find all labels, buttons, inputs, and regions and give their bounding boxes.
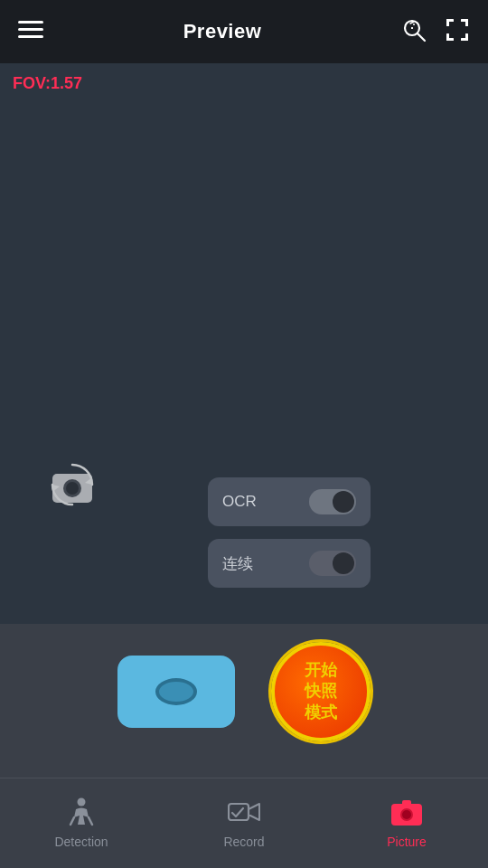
camera-rotate-icon[interactable] xyxy=(45,458,99,515)
svg-rect-0 xyxy=(18,21,43,24)
page-title: Preview xyxy=(183,20,262,43)
svg-marker-26 xyxy=(249,804,259,820)
menu-icon[interactable] xyxy=(18,19,43,44)
detection-label: Detection xyxy=(54,835,108,849)
record-icon xyxy=(228,797,260,830)
burst-label-line2: 快照 xyxy=(305,681,337,702)
svg-line-23 xyxy=(70,817,74,825)
record-label: Record xyxy=(223,835,264,849)
continuous-label: 连续 xyxy=(222,553,253,574)
action-row: 开始 快照 模式 xyxy=(0,624,488,741)
svg-rect-12 xyxy=(465,19,468,26)
svg-line-24 xyxy=(89,817,92,825)
svg-rect-1 xyxy=(18,28,43,31)
ocr-label: OCR xyxy=(222,493,257,511)
picture-icon xyxy=(390,797,423,830)
svg-rect-10 xyxy=(446,19,449,26)
svg-rect-16 xyxy=(465,33,468,41)
svg-point-19 xyxy=(66,482,79,495)
nav-picture[interactable]: Picture xyxy=(352,797,461,849)
svg-line-4 xyxy=(418,34,425,42)
bottom-toolbar: 开始 快照 模式 Detection xyxy=(0,624,488,868)
svg-point-30 xyxy=(402,810,411,819)
bottom-nav: Detection Record xyxy=(0,778,488,868)
fov-label: FOV:1.57 xyxy=(13,74,82,93)
continuous-knob xyxy=(333,552,354,574)
header: Preview xyxy=(0,0,488,63)
picture-label: Picture xyxy=(387,835,427,849)
svg-line-6 xyxy=(410,22,414,24)
svg-point-22 xyxy=(78,798,86,807)
svg-rect-14 xyxy=(446,33,449,41)
toggle-controls: OCR 连续 xyxy=(208,477,371,588)
focus-icon[interactable] xyxy=(445,17,470,46)
camera-lens xyxy=(155,678,197,705)
burst-mode-button[interactable]: 开始 快照 模式 xyxy=(271,642,371,741)
burst-label-line1: 开始 xyxy=(305,660,337,681)
ocr-knob xyxy=(333,491,354,513)
continuous-toggle-row: 连续 xyxy=(208,539,371,588)
burst-label-line3: 模式 xyxy=(305,703,337,723)
header-icons xyxy=(401,17,470,46)
detection-icon xyxy=(65,797,98,830)
ocr-toggle[interactable] xyxy=(309,489,356,514)
continuous-toggle[interactable] xyxy=(309,551,356,576)
svg-rect-2 xyxy=(18,35,43,38)
ocr-toggle-row: OCR xyxy=(208,477,371,526)
nav-detection[interactable]: Detection xyxy=(27,797,136,849)
nav-record[interactable]: Record xyxy=(190,797,298,849)
preview-area: FOV:1.57 OCR 连续 xyxy=(0,63,488,624)
camera-capture-button[interactable] xyxy=(117,656,235,728)
svg-rect-28 xyxy=(402,800,411,806)
search-icon[interactable] xyxy=(401,17,427,46)
